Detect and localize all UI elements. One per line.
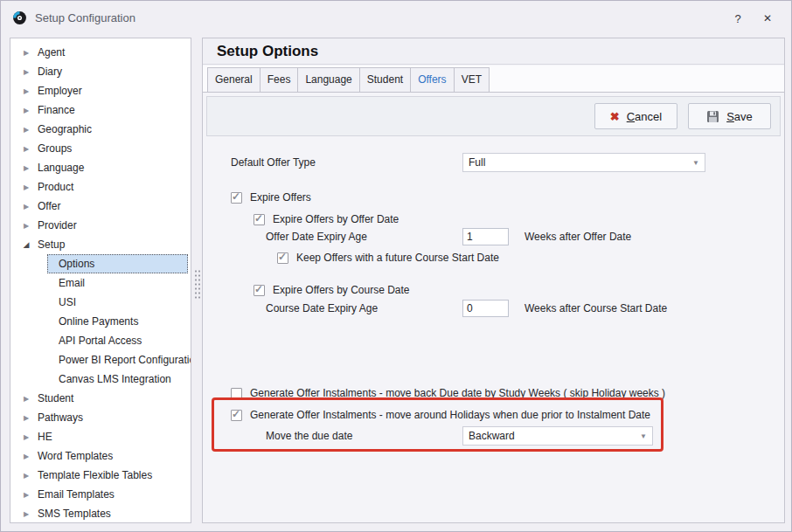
sidebar-item-diary[interactable]: ▶Diary — [10, 62, 191, 81]
expire-offers-checkbox[interactable]: ✓ — [231, 192, 242, 204]
offer-date-expiry-label: Offer Date Expiry Age — [266, 231, 367, 243]
tab-general[interactable]: General — [207, 67, 261, 92]
sidebar-item-product[interactable]: ▶Product — [10, 177, 191, 197]
chevron-down-icon: ▼ — [692, 159, 699, 167]
sidebar-item-provider[interactable]: ▶Provider — [10, 216, 191, 235]
sidebar-item-sms-templates[interactable]: ▶SMS Templates — [10, 504, 191, 523]
move-due-date-row: Move the due date — [266, 426, 352, 446]
title-bar: Setup Configuration ? ✕ — [1, 1, 791, 34]
panel-header: Setup Options — [203, 38, 784, 65]
course-date-expiry-input[interactable] — [462, 300, 509, 317]
offer-date-expiry-row: Offer Date Expiry Age — [266, 227, 367, 246]
floppy-disk-icon — [706, 110, 719, 123]
tab-language[interactable]: Language — [297, 67, 359, 92]
checkmark-icon: ✓ — [232, 190, 240, 203]
move-due-date-label: Move the due date — [266, 430, 352, 442]
sidebar-item-power-bi-report-configuration[interactable]: Power BI Report Configuration — [47, 350, 188, 370]
splitter-grip-icon — [194, 269, 200, 301]
tab-offers[interactable]: Offers — [410, 67, 454, 92]
expire-offers-by-course-date-checkbox[interactable]: ✓ — [254, 285, 265, 296]
chevron-right-icon: ▶ — [21, 183, 31, 191]
sidebar-item-template-flexible-tables[interactable]: ▶Template Flexible Tables — [10, 466, 191, 485]
sidebar-item-offer[interactable]: ▶Offer — [10, 197, 191, 216]
sidebar-item-agent[interactable]: ▶Agent — [10, 43, 191, 62]
checkmark-icon: ✓ — [232, 408, 240, 420]
generate-instalments-holidays-row: ✓ Generate Offer Instalments - move arou… — [231, 406, 650, 424]
sidebar-item-canvas-lms-integration[interactable]: Canvas LMS Integration — [47, 370, 188, 389]
sidebar-item-usi[interactable]: USI — [47, 293, 188, 312]
weeks-after-course-start-label: Weeks after Course Start Date — [525, 302, 667, 314]
chevron-right-icon: ▶ — [21, 145, 31, 153]
move-due-date-dropdown[interactable]: Backward ▼ — [462, 426, 653, 446]
default-offer-type-label: Default Offer Type — [231, 156, 316, 169]
chevron-right-icon: ▶ — [21, 107, 31, 114]
sidebar-item-geographic[interactable]: ▶Geographic — [10, 120, 191, 139]
cancel-button[interactable]: ✖ Cancel — [594, 103, 677, 129]
move-due-date-value: Backward — [469, 430, 515, 442]
course-date-expiry-row: Course Date Expiry Age — [266, 299, 378, 318]
checkmark-icon: ✓ — [278, 251, 287, 263]
expire-offers-by-offer-date-checkbox[interactable]: ✓ — [254, 214, 265, 225]
chevron-right-icon: ▶ — [21, 414, 31, 422]
offer-date-expiry-input[interactable] — [462, 228, 509, 245]
sidebar-item-language[interactable]: ▶Language — [10, 158, 191, 177]
chevron-right-icon: ▶ — [21, 491, 31, 499]
chevron-down-icon: ▼ — [640, 432, 647, 440]
sidebar-item-api-portal-access[interactable]: API Portal Access — [47, 331, 188, 350]
sidebar-item-groups[interactable]: ▶Groups — [10, 139, 191, 158]
chevron-right-icon: ▶ — [21, 68, 31, 76]
sidebar-item-word-templates[interactable]: ▶Word Templates — [10, 446, 191, 466]
default-offer-type-dropdown[interactable]: Full ▼ — [462, 153, 705, 172]
app-logo-icon — [12, 10, 27, 25]
course-date-expiry-suffix-row: Weeks after Course Start Date — [525, 299, 667, 318]
sidebar-item-email[interactable]: Email — [47, 273, 188, 293]
chevron-right-icon: ▶ — [21, 126, 31, 134]
chevron-right-icon: ▶ — [21, 87, 31, 95]
sidebar-splitter[interactable] — [192, 38, 201, 523]
generate-instalments-study-weeks-row: Generate Offer Instalments - move back D… — [231, 384, 665, 402]
chevron-right-icon: ▶ — [21, 433, 31, 441]
chevron-right-icon: ▶ — [21, 222, 31, 230]
chevron-expanded-icon: ◢ — [21, 240, 31, 249]
tab-student[interactable]: Student — [359, 67, 411, 92]
checkmark-icon: ✓ — [254, 212, 263, 225]
help-button[interactable]: ? — [726, 9, 749, 28]
sidebar-item-setup[interactable]: ◢Setup — [10, 235, 191, 254]
sidebar-item-finance[interactable]: ▶Finance — [10, 100, 191, 120]
page-title: Setup Options — [217, 43, 318, 60]
chevron-right-icon: ▶ — [21, 472, 31, 480]
expire-offers-by-course-date-row: ✓ Expire Offers by Course Date — [254, 281, 410, 299]
generate-instalments-study-weeks-checkbox[interactable] — [231, 388, 242, 399]
default-offer-type-row: Default Offer Type — [231, 153, 316, 172]
keep-future-offers-row: ✓ Keep Offers with a future Course Start… — [277, 249, 499, 266]
window-title: Setup Configuration — [35, 11, 135, 24]
sidebar-item-online-payments[interactable]: Online Payments — [47, 312, 188, 331]
keep-future-offers-checkbox[interactable]: ✓ — [277, 252, 288, 264]
red-x-icon: ✖ — [610, 110, 620, 123]
save-button[interactable]: Save — [688, 103, 771, 129]
setup-configuration-window: Setup Configuration ? ✕ ▶Agent ▶Diary ▶E… — [0, 0, 792, 532]
tab-vet[interactable]: VET — [454, 67, 490, 92]
sidebar-item-he[interactable]: ▶HE — [10, 427, 191, 446]
chevron-right-icon: ▶ — [21, 453, 31, 460]
sidebar-item-pathways[interactable]: ▶Pathways — [10, 408, 191, 427]
generate-instalments-holidays-checkbox[interactable]: ✓ — [231, 410, 242, 421]
config-tree-sidebar: ▶Agent ▶Diary ▶Employer ▶Finance ▶Geogra… — [10, 38, 191, 523]
sidebar-item-options[interactable]: Options — [47, 254, 188, 273]
expire-offers-by-offer-date-row: ✓ Expire Offers by Offer Date — [254, 211, 399, 228]
action-toolbar: ✖ Cancel Save — [206, 96, 781, 136]
chevron-right-icon: ▶ — [21, 510, 31, 518]
checkmark-icon: ✓ — [254, 283, 263, 295]
sidebar-item-employer[interactable]: ▶Employer — [10, 81, 191, 100]
close-button[interactable]: ✕ — [756, 9, 779, 28]
default-offer-type-value: Full — [469, 156, 485, 169]
settings-tabstrip: General Fees Language Student Offers VET — [203, 66, 784, 93]
chevron-right-icon: ▶ — [21, 203, 31, 211]
sidebar-item-email-templates[interactable]: ▶Email Templates — [10, 485, 191, 504]
sidebar-item-student[interactable]: ▶Student — [10, 389, 191, 408]
tab-fees[interactable]: Fees — [260, 67, 299, 92]
course-date-expiry-label: Course Date Expiry Age — [266, 302, 378, 314]
setup-options-panel: Setup Options General Fees Language Stud… — [202, 38, 785, 523]
offer-date-expiry-suffix-row: Weeks after Offer Date — [525, 227, 631, 246]
chevron-right-icon: ▶ — [21, 49, 31, 57]
